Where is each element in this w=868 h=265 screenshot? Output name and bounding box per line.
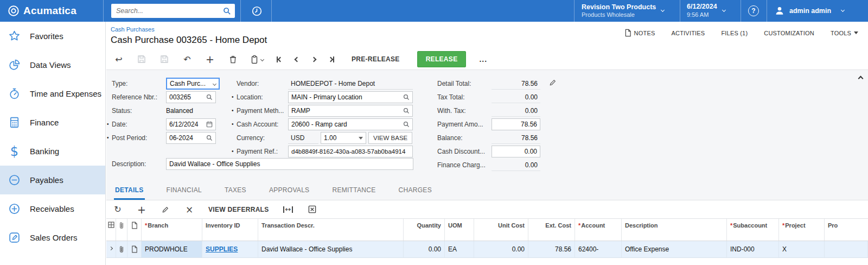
search-icon[interactable]	[223, 7, 231, 15]
column-header-inventory-id[interactable]: Inventory ID	[202, 219, 258, 241]
add-new-record-button[interactable]	[205, 53, 215, 65]
sidebar-item-finance[interactable]: Finance	[0, 108, 105, 137]
breadcrumb[interactable]: Cash Purchases	[111, 26, 155, 33]
sidebar-item-payables[interactable]: Payables	[0, 166, 105, 194]
go-first-button[interactable]	[277, 56, 282, 62]
tools-button[interactable]: TOOLS	[831, 30, 858, 36]
cell-branch[interactable]: PRODWHOLE	[142, 241, 202, 257]
cell-description[interactable]: Office Expense	[622, 241, 727, 257]
business-date-selector[interactable]: 6/12/2024 9:56 AM	[687, 0, 725, 22]
cell-account[interactable]: 62400-	[575, 241, 622, 257]
lookup-icon[interactable]	[403, 121, 410, 128]
sidebar-item-sales-orders[interactable]: Sales Orders	[0, 223, 105, 252]
description-field[interactable]: David Wallace - Office Supplies	[166, 158, 413, 170]
payment-ref-field[interactable]: d4b8849f-8162-430a-a083-57ab0ba4914	[288, 146, 413, 157]
tenant-selector[interactable]: Revision Two Products Products Wholesale	[582, 0, 664, 22]
location-field[interactable]: MAIN - Primary Location	[288, 91, 413, 103]
save-and-close-button[interactable]	[137, 55, 146, 64]
cell-ext-cost[interactable]: 78.56	[528, 241, 575, 257]
user-menu[interactable]: admin admin	[775, 0, 844, 22]
cell-project[interactable]: X	[779, 241, 825, 257]
column-header-description[interactable]: Description	[622, 219, 727, 241]
grid-data-row[interactable]: PRODWHOLE SUPPLIES David Wallace - Offic…	[106, 241, 868, 258]
column-header-transaction-descr[interactable]: Transaction Descr.	[258, 219, 404, 241]
go-back-button[interactable]	[114, 54, 124, 65]
column-header-branch[interactable]: Branch	[142, 219, 202, 241]
edit-row-button[interactable]	[161, 206, 170, 213]
go-next-button[interactable]	[312, 58, 316, 61]
view-deferrals-button[interactable]: VIEW DEFERRALS	[208, 206, 269, 213]
column-header-account[interactable]: Account	[575, 219, 622, 241]
tab-financial[interactable]: FINANCIAL	[165, 181, 203, 200]
currency-code-field[interactable]: USD	[288, 132, 318, 144]
files-button[interactable]: FILES (1)	[721, 30, 748, 36]
help-button[interactable]	[742, 0, 765, 22]
tab-remittance[interactable]: REMITTANCE	[331, 181, 376, 200]
column-header-quantity[interactable]: Quantity	[404, 219, 445, 241]
sidebar-item-data-views[interactable]: Data Views	[0, 51, 105, 79]
cell-inventory-id[interactable]: SUPPLIES	[202, 241, 258, 257]
sidebar-item-time-and-expenses[interactable]: Time and Expenses	[0, 79, 105, 108]
go-last-button[interactable]	[329, 56, 334, 62]
vendor-field[interactable]: HOMEDEPOT - Home Depot	[288, 78, 413, 90]
cell-pro[interactable]	[825, 241, 868, 257]
scroll-up-arrow[interactable]	[859, 74, 863, 82]
sidebar-item-favorites[interactable]: Favorites	[0, 22, 105, 51]
activities-button[interactable]: ACTIVITIES	[671, 30, 705, 36]
tab-charges[interactable]: CHARGES	[398, 181, 433, 200]
column-header-uom[interactable]: UOM	[445, 219, 474, 241]
customization-button[interactable]: CUSTOMIZATION	[764, 30, 814, 36]
sidebar-item-receivables[interactable]: Receivables	[0, 194, 105, 223]
column-header-pro[interactable]: Pro	[825, 219, 868, 241]
post-period-field[interactable]: 06-2024	[166, 132, 216, 144]
payment-amount-field[interactable]: 78.56	[492, 118, 540, 130]
delete-button[interactable]	[228, 55, 238, 64]
fit-width-button[interactable]	[283, 206, 293, 213]
go-previous-button[interactable]	[295, 58, 299, 61]
calendar-icon[interactable]	[206, 121, 213, 128]
cell-quantity[interactable]: 0.00	[404, 241, 445, 257]
delete-row-button[interactable]	[184, 204, 194, 215]
column-header-subaccount[interactable]: Subaccount	[727, 219, 779, 241]
tab-taxes[interactable]: TAXES	[224, 181, 247, 200]
edit-vendor-icon[interactable]	[549, 79, 557, 86]
acumatica-logo[interactable]: Acumatica	[8, 0, 76, 22]
tab-approvals[interactable]: APPROVALS	[268, 181, 311, 200]
cash-discount-field[interactable]: 0.00	[492, 146, 540, 157]
tab-details[interactable]: DETAILS	[114, 181, 145, 200]
search-input[interactable]	[111, 7, 223, 15]
column-header-project[interactable]: Project	[779, 219, 825, 241]
release-button[interactable]: RELEASE	[417, 51, 467, 67]
pre-release-button[interactable]: PRE-RELEASE	[347, 52, 404, 66]
caret-down-icon[interactable]	[359, 137, 363, 140]
lookup-icon[interactable]	[403, 108, 410, 114]
cell-transaction-descr[interactable]: David Wallace - Office Supplies	[258, 241, 404, 257]
export-to-excel-button[interactable]	[307, 205, 317, 213]
lookup-icon[interactable]	[206, 94, 213, 100]
more-actions-button[interactable]: ...	[479, 55, 487, 64]
cancel-undo-button[interactable]	[182, 54, 192, 65]
row-paperclip-icon[interactable]	[116, 241, 127, 257]
grid-settings-icon[interactable]	[106, 219, 116, 241]
lookup-icon[interactable]	[206, 135, 213, 141]
cash-account-field[interactable]: 20600 - Ramp card	[288, 118, 413, 130]
chevron-down-icon[interactable]	[213, 81, 216, 85]
reference-nbr-field[interactable]: 003265	[166, 91, 216, 103]
payment-method-field[interactable]: RAMP	[288, 105, 413, 117]
row-note-icon[interactable]	[127, 241, 142, 257]
notes-button[interactable]: NOTES	[624, 29, 655, 37]
date-field[interactable]: 6/12/2024	[166, 118, 216, 130]
refresh-button[interactable]	[113, 204, 123, 214]
type-select[interactable]: Cash Purc...	[166, 78, 220, 90]
column-header-unit-cost[interactable]: Unit Cost	[474, 219, 528, 241]
column-header-ext-cost[interactable]: Ext. Cost	[528, 219, 575, 241]
global-search[interactable]	[111, 4, 235, 18]
row-expander[interactable]	[106, 241, 116, 257]
view-base-button[interactable]: VIEW BASE	[368, 132, 412, 144]
cell-uom[interactable]: EA	[445, 241, 474, 257]
lookup-icon[interactable]	[403, 94, 410, 100]
cell-subaccount[interactable]: IND-000	[727, 241, 779, 257]
business-date-icon[interactable]	[243, 0, 270, 22]
inventory-id-link[interactable]: SUPPLIES	[206, 245, 238, 253]
cell-unit-cost[interactable]: 0.00	[474, 241, 528, 257]
